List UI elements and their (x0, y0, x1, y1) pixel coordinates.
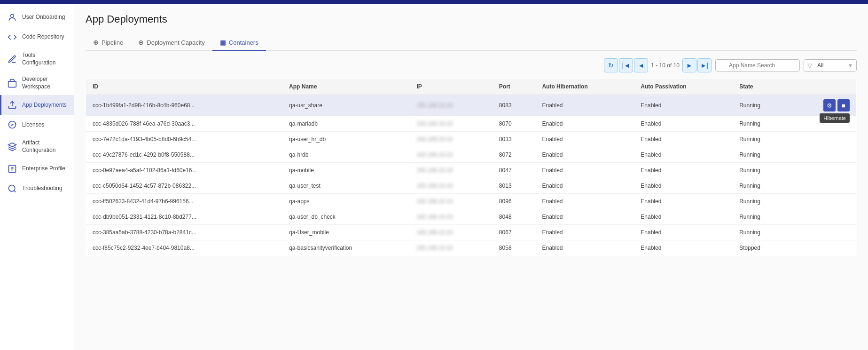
sidebar-label-app-deployments: App Deployments (22, 102, 67, 109)
table-row: ccc-ff502633-8432-41d4-97b6-996156...qa-… (86, 194, 857, 209)
cell-state: Running (733, 95, 790, 116)
cell-ip: 192.168.10.10 (410, 209, 492, 225)
cell-port: 8067 (493, 225, 536, 240)
cell-id: ccc-385aa5ab-3788-4230-b78a-b2841c... (86, 225, 283, 240)
tab-deployment-capacity[interactable]: ⊕Deployment Capacity (131, 35, 212, 51)
code-repository-icon (7, 32, 17, 42)
licenses-icon (7, 119, 17, 130)
sidebar-item-app-deployments[interactable]: App Deployments (0, 95, 74, 115)
cell-app-name: qa-user_test (282, 178, 410, 194)
cell-app-name: qa-usr_share (282, 95, 410, 116)
svg-point-0 (11, 14, 14, 17)
ip-value: 192.168.10.10 (416, 120, 453, 127)
filter-icon: ▽ (807, 62, 812, 69)
cell-state: Running (733, 132, 790, 147)
sidebar-label-developer-workspace: Developer Workspace (22, 76, 68, 90)
cell-id: ccc-c5050d64-1452-4c57-872b-086322... (86, 178, 283, 194)
page-title: App Deployments (86, 13, 857, 25)
col-header-app-name: App Name (282, 79, 410, 95)
cell-auto-passivation: Enabled (634, 209, 733, 225)
cell-app-name: qa-basicsanityverification (282, 240, 410, 256)
cell-state: Running (733, 194, 790, 209)
sidebar-item-developer-workspace[interactable]: Developer Workspace (0, 71, 74, 95)
settings-button[interactable]: ⚙ (823, 99, 836, 111)
cell-port: 8072 (493, 147, 536, 163)
cell-id: ccc-4835d026-788f-46ea-a76d-30aac3... (86, 116, 283, 132)
ip-value: 192.168.10.10 (416, 245, 453, 251)
sidebar-item-artifact-configuration[interactable]: Artifact Configuration (0, 135, 74, 159)
ip-value: 192.168.10.10 (416, 151, 453, 158)
refresh-button[interactable]: ↻ (604, 58, 618, 72)
cell-auto-passivation: Enabled (634, 163, 733, 178)
cell-ip: 192.168.10.10 (410, 147, 492, 163)
cell-id: ccc-f85c75c2-9232-4ee7-b404-9810a8... (86, 240, 283, 256)
next-page-button[interactable]: ► (682, 58, 696, 72)
svg-rect-1 (8, 81, 16, 88)
cell-auto-passivation: Enabled (634, 95, 733, 116)
sidebar-item-user-onboarding[interactable]: User Onboarding (0, 8, 74, 27)
cell-state: Running (733, 116, 790, 132)
cell-ip: 192.168.10.10 (410, 240, 492, 256)
stop-button[interactable]: ■ (837, 99, 850, 111)
cell-state: Running (733, 163, 790, 178)
cell-port: 8033 (493, 132, 536, 147)
sidebar-item-code-repository[interactable]: Code Repository (0, 27, 74, 47)
cell-id: ccc-1b499fa1-2d98-416b-8c4b-960e68... (86, 95, 283, 116)
sidebar-item-tools-configuration[interactable]: Tools Configuration (0, 47, 74, 71)
cell-actions (790, 225, 857, 240)
search-input[interactable] (715, 59, 800, 72)
nav-btn-group: ↻ |◄ ◄ 1 - 10 of 10 ► ►| (604, 58, 712, 72)
cell-id: ccc-db9be051-2331-4121-8c10-8bd277... (86, 209, 283, 225)
sidebar-label-licenses: Licenses (22, 121, 44, 129)
cell-auto-passivation: Enabled (634, 147, 733, 163)
cell-auto-hibernation: Enabled (535, 95, 634, 116)
tab-label-pipeline: Pipeline (102, 39, 123, 46)
troubleshooting-icon (7, 183, 17, 194)
col-header-actions (790, 79, 857, 95)
col-header-ip: IP (410, 79, 492, 95)
svg-marker-4 (8, 143, 16, 147)
table-row: ccc-4835d026-788f-46ea-a76d-30aac3...qa-… (86, 116, 857, 132)
cell-app-name: qa-mariadb (282, 116, 410, 132)
col-header-id: ID (86, 79, 283, 95)
table-row: ccc-7e72c1da-4193-4b05-b8d0-6b9c54...qa-… (86, 132, 857, 147)
cell-port: 8096 (493, 194, 536, 209)
tab-label-deployment-capacity: Deployment Capacity (147, 39, 205, 46)
cell-app-name: qa-hrdb (282, 147, 410, 163)
tab-icon-containers: ▦ (220, 39, 226, 46)
cell-ip: 192.168.10.10 (410, 163, 492, 178)
table-header: IDApp NameIPPortAuto HibernationAuto Pas… (86, 79, 857, 95)
cell-auto-hibernation: Enabled (535, 178, 634, 194)
sidebar-item-licenses[interactable]: Licenses (0, 115, 74, 135)
table-row: ccc-db9be051-2331-4121-8c10-8bd277...qa-… (86, 209, 857, 225)
table-row: ccc-f85c75c2-9232-4ee7-b404-9810a8...qa-… (86, 240, 857, 256)
sidebar-item-enterprise-profile[interactable]: Enterprise Profile (0, 159, 74, 179)
cell-port: 8013 (493, 178, 536, 194)
first-page-button[interactable]: |◄ (619, 58, 633, 72)
prev-page-button[interactable]: ◄ (634, 58, 648, 72)
tab-containers[interactable]: ▦Containers (212, 35, 266, 51)
cell-app-name: qa-apps (282, 194, 410, 209)
col-header-auto-hibernation: Auto Hibernation (535, 79, 634, 95)
main-content: App Deployments ⊕Pipeline⊕Deployment Cap… (74, 4, 868, 350)
tab-label-containers: Containers (229, 39, 258, 46)
artifact-configuration-icon (7, 142, 17, 152)
last-page-button[interactable]: ►| (697, 58, 712, 72)
hibernate-tooltip: Hibernate (820, 113, 850, 123)
cell-id: ccc-7e72c1da-4193-4b05-b8d0-6b9c54... (86, 132, 283, 147)
cell-ip: 192.168.10.10 (410, 225, 492, 240)
ip-value: 192.168.10.10 (416, 102, 453, 109)
cell-auto-passivation: Enabled (634, 240, 733, 256)
toolbar: ↻ |◄ ◄ 1 - 10 of 10 ► ►| 🔍 ▽ AllRunningS… (86, 58, 857, 72)
cell-auto-hibernation: Enabled (535, 163, 634, 178)
cell-actions (790, 147, 857, 163)
header-row: IDApp NameIPPortAuto HibernationAuto Pas… (86, 79, 857, 95)
ip-value: 192.168.10.10 (416, 136, 453, 143)
sidebar-label-tools-configuration: Tools Configuration (22, 52, 68, 66)
cell-app-name: qa-user_hr_db (282, 132, 410, 147)
ip-value: 192.168.10.10 (416, 198, 453, 205)
tools-configuration-icon (7, 54, 17, 64)
sidebar-item-troubleshooting[interactable]: Troubleshooting (0, 179, 74, 199)
tab-pipeline[interactable]: ⊕Pipeline (86, 35, 131, 51)
cell-auto-passivation: Enabled (634, 132, 733, 147)
